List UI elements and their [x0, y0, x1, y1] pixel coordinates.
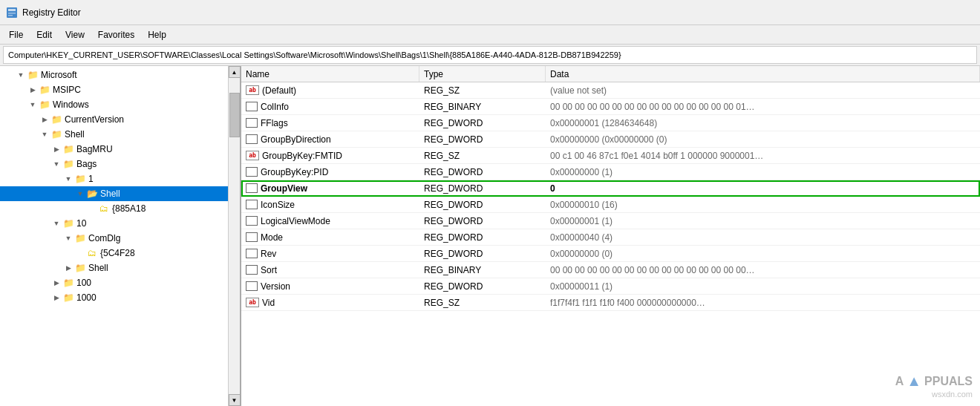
tree-item-shell1[interactable]: ▼ 📁 Shell [0, 127, 229, 142]
menu-view[interactable]: View [59, 28, 91, 42]
reg-cell-type-version: REG_DWORD [419, 280, 546, 293]
reg-name-text-mode: Mode [261, 232, 283, 243]
reg-icon-binary [246, 265, 258, 275]
menu-favorites[interactable]: Favorites [92, 28, 140, 42]
reg-cell-data-default: (value not set) [546, 84, 980, 97]
expand-windows[interactable]: ▼ [27, 99, 39, 111]
expand-currentversion[interactable]: ▶ [39, 114, 50, 125]
expand-bags10[interactable]: ▼ [50, 217, 62, 229]
expand-bags1[interactable]: ▼ [62, 173, 74, 185]
scroll-thumb[interactable] [229, 93, 240, 137]
address-path: Computer\HKEY_CURRENT_USER\SOFTWARE\Clas… [8, 50, 621, 59]
reg-row-mode[interactable]: ModeREG_DWORD0x00000040 (4) [241, 229, 980, 246]
tree-label-shell3: Shell [88, 263, 108, 273]
scroll-down-btn[interactable]: ▼ [229, 394, 241, 406]
folder-icon-shell2: 📂 [86, 189, 98, 199]
table-header: Name Type Data [241, 66, 980, 82]
expand-microsoft[interactable]: ▼ [15, 69, 27, 81]
scroll-track[interactable] [229, 78, 241, 394]
reg-cell-data-groupbykeyPID: 0x00000000 (1) [546, 166, 980, 179]
svg-rect-3 [8, 15, 13, 16]
folder-icon-comdlg: 📁 [74, 233, 86, 243]
reg-cell-type-logicalviewmode: REG_DWORD [419, 215, 546, 228]
address-bar[interactable]: Computer\HKEY_CURRENT_USER\SOFTWARE\Clas… [3, 46, 977, 64]
menu-bar: File Edit View Favorites Help [0, 25, 980, 45]
tree-item-guid2[interactable]: 🗂 {5C4F28 [0, 246, 229, 261]
reg-cell-data-colinfo: 00 00 00 00 00 00 00 00 00 00 00 00 00 0… [546, 100, 980, 114]
menu-help[interactable]: Help [142, 28, 172, 42]
tree-item-shell3[interactable]: ▶ 📁 Shell [0, 261, 229, 275]
folder-icon-windows: 📁 [39, 99, 50, 110]
menu-edit[interactable]: Edit [30, 28, 58, 42]
reg-row-iconsize[interactable]: IconSizeREG_DWORD0x00000010 (16) [241, 197, 980, 213]
reg-row-rev[interactable]: RevREG_DWORD0x00000000 (0) [241, 246, 980, 262]
reg-row-version[interactable]: VersionREG_DWORD0x00000011 (1) [241, 278, 980, 295]
right-panel: Name Type Data ab(Default)REG_SZ(value n… [241, 66, 980, 406]
tree-item-msipc[interactable]: ▶ 📁 MSIPC [0, 82, 229, 97]
svg-rect-2 [8, 13, 16, 14]
expand-bags[interactable]: ▼ [50, 158, 62, 170]
expand-msipc[interactable]: ▶ [27, 84, 39, 96]
tree-item-shell2[interactable]: ▼ 📂 Shell [0, 186, 229, 201]
reg-cell-type-groupview: REG_DWORD [419, 182, 546, 195]
reg-name-text-iconsize: IconSize [261, 200, 295, 210]
reg-name-text-groupbykeyfmtid: GroupByKey:FMTID [262, 151, 342, 161]
reg-name-text-logicalviewmode: LogicalViewMode [261, 216, 330, 226]
expand-shell1[interactable]: ▼ [39, 128, 50, 140]
reg-row-logicalviewmode[interactable]: LogicalViewModeREG_DWORD0x00000001 (1) [241, 213, 980, 229]
reg-icon-ab: ab [246, 151, 259, 160]
menu-file[interactable]: File [3, 28, 29, 42]
expand-bags1000[interactable]: ▶ [50, 292, 62, 304]
reg-cell-type-colinfo: REG_BINARY [419, 100, 546, 114]
reg-cell-data-sort: 00 00 00 00 00 00 00 00 00 00 00 00 00 0… [546, 263, 980, 277]
header-data[interactable]: Data [546, 66, 980, 82]
tree-item-bags100[interactable]: ▶ 📁 100 [0, 275, 229, 290]
tree-label-msipc: MSIPC [53, 85, 81, 95]
expand-bagmru[interactable]: ▶ [50, 143, 62, 155]
reg-cell-type-groupbykeyPID: REG_DWORD [419, 166, 546, 179]
tree-item-bags[interactable]: ▼ 📁 Bags [0, 157, 229, 171]
reg-cell-name-groupview: GroupView [241, 182, 419, 195]
title-bar: Registry Editor [0, 0, 980, 25]
reg-row-groupview[interactable]: GroupViewREG_DWORD0 [241, 180, 980, 197]
reg-row-sort[interactable]: SortREG_BINARY00 00 00 00 00 00 00 00 00… [241, 262, 980, 278]
tree-item-bags1[interactable]: ▼ 📁 1 [0, 171, 229, 186]
tree-item-guid1[interactable]: 🗂 {885A18 [0, 201, 229, 216]
tree-item-comdlg[interactable]: ▼ 📁 ComDlg [0, 231, 229, 246]
tree-label-windows: Windows [53, 99, 89, 110]
header-name[interactable]: Name [241, 66, 419, 82]
tree-label-bags: Bags [76, 159, 97, 169]
reg-row-colinfo[interactable]: ColInfoREG_BINARY00 00 00 00 00 00 00 00… [241, 99, 980, 115]
right-panel-wrapper: Name Type Data ab(Default)REG_SZ(value n… [241, 66, 980, 406]
tree-item-microsoft[interactable]: ▼ 📁 Microsoft [0, 68, 229, 82]
reg-row-groupbykeyPID[interactable]: GroupByKey:PIDREG_DWORD0x00000000 (1) [241, 164, 980, 180]
tree-item-bagmru[interactable]: ▶ 📁 BagMRU [0, 142, 229, 157]
reg-row-groupbykeyfmtid[interactable]: abGroupByKey:FMTIDREG_SZ00 c1 00 46 87c1… [241, 148, 980, 164]
app-title: Registry Editor [22, 7, 81, 18]
reg-icon-binary [246, 232, 258, 242]
expand-comdlg[interactable]: ▼ [62, 232, 74, 244]
folder-icon-shell3: 📁 [74, 263, 86, 273]
reg-row-default[interactable]: ab(Default)REG_SZ(value not set) [241, 82, 980, 99]
reg-cell-type-vid: REG_SZ [419, 296, 546, 310]
reg-cell-name-sort: Sort [241, 263, 419, 277]
tree-scrollbar[interactable]: ▲ ▼ [228, 66, 240, 406]
reg-icon-ab: ab [246, 298, 259, 307]
reg-row-groupbydirection[interactable]: GroupByDirectionREG_DWORD0x00000000 (0x0… [241, 131, 980, 148]
reg-row-fflags[interactable]: FFlagsREG_DWORD0x00000001 (1284634648) [241, 115, 980, 131]
svg-rect-1 [8, 9, 16, 11]
reg-cell-name-iconsize: IconSize [241, 198, 419, 212]
tree-item-currentversion[interactable]: ▶ 📁 CurrentVersion [0, 112, 229, 127]
reg-row-vid[interactable]: abVidREG_SZf1f7f4f1 f1f1 f1f0 f400 00000… [241, 295, 980, 311]
scroll-up-btn[interactable]: ▲ [229, 66, 241, 78]
tree-item-windows[interactable]: ▼ 📁 Windows [0, 97, 229, 112]
tree-label-bags100: 100 [76, 278, 91, 288]
reg-cell-name-groupbykeyPID: GroupByKey:PID [241, 166, 419, 179]
expand-shell2[interactable]: ▼ [74, 188, 86, 200]
tree-item-bags1000[interactable]: ▶ 📁 1000 [0, 290, 229, 305]
header-type[interactable]: Type [419, 66, 546, 82]
tree-item-bags10[interactable]: ▼ 📁 10 [0, 216, 229, 231]
expand-shell3[interactable]: ▶ [62, 262, 74, 274]
reg-icon-binary [246, 183, 258, 193]
expand-bags100[interactable]: ▶ [50, 277, 62, 289]
